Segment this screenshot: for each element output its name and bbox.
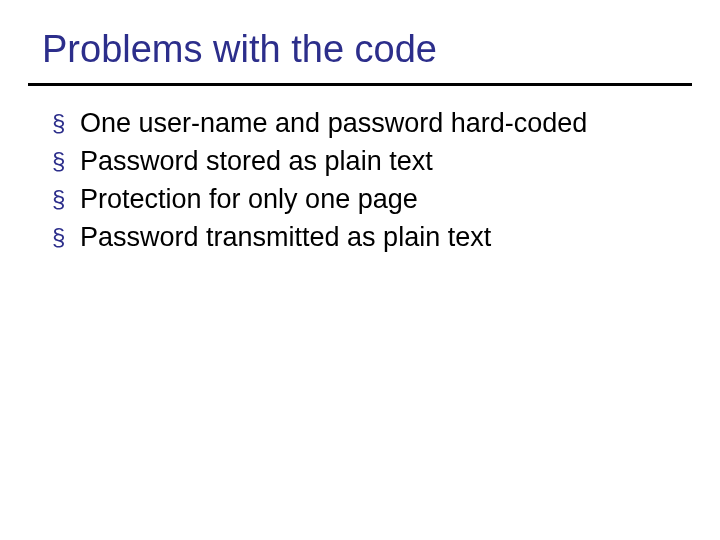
list-item: § Protection for only one page	[52, 182, 680, 216]
list-item: § One user-name and password hard-coded	[52, 106, 680, 140]
bullet-text: Protection for only one page	[80, 182, 418, 216]
slide: Problems with the code § One user-name a…	[0, 0, 720, 540]
bullet-icon: §	[52, 220, 80, 254]
bullet-icon: §	[52, 144, 80, 178]
list-item: § Password stored as plain text	[52, 144, 680, 178]
list-item: § Password transmitted as plain text	[52, 220, 680, 254]
bullet-list: § One user-name and password hard-coded …	[0, 106, 720, 254]
slide-title: Problems with the code	[0, 0, 720, 83]
bullet-icon: §	[52, 182, 80, 216]
bullet-text: One user-name and password hard-coded	[80, 106, 587, 140]
bullet-text: Password transmitted as plain text	[80, 220, 491, 254]
title-divider	[28, 83, 692, 86]
bullet-text: Password stored as plain text	[80, 144, 433, 178]
bullet-icon: §	[52, 106, 80, 140]
